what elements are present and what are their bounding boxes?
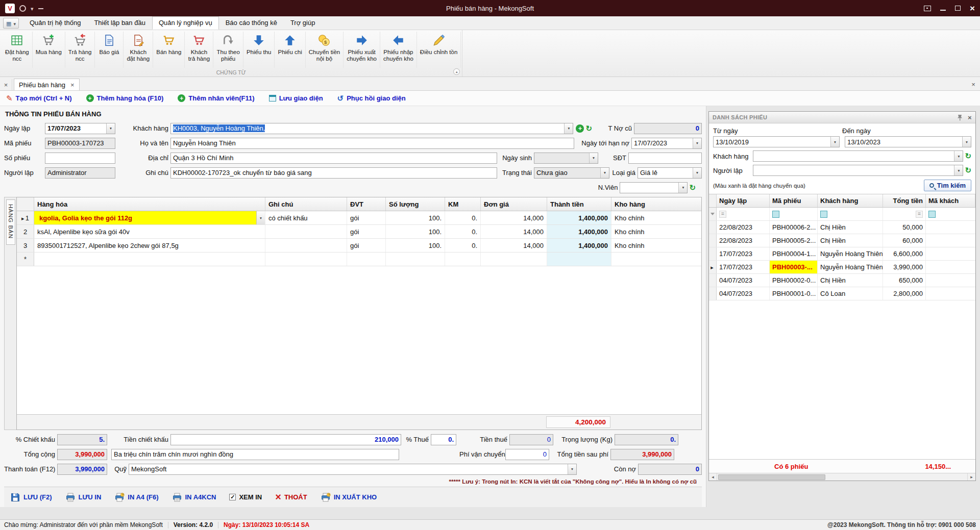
- ribbon-button-dieu-chinh-ton[interactable]: Điều chỉnh tồn: [417, 32, 461, 68]
- tab-bar-close-icon[interactable]: [967, 81, 980, 88]
- chevron-down-icon[interactable]: [693, 138, 701, 148]
- item-qty-cell[interactable]: 100.: [386, 239, 445, 252]
- item-unit-cell[interactable]: gói: [347, 211, 386, 224]
- col-hang-hoa[interactable]: Hàng hóa: [34, 197, 265, 211]
- item-km-cell[interactable]: 0.: [445, 211, 481, 224]
- slip-makhach-cell[interactable]: [926, 287, 975, 300]
- item-total-cell[interactable]: 1,400,000: [547, 211, 611, 224]
- item-km-cell[interactable]: 0.: [445, 239, 481, 252]
- item-km-cell[interactable]: 0.: [445, 225, 481, 238]
- menu-tab-thiet-lap-ban-dau[interactable]: Thiết lập ban đầu: [87, 16, 152, 30]
- slip-total-cell[interactable]: 50,000: [883, 221, 926, 234]
- customer-filter-combo[interactable]: [753, 150, 963, 162]
- slip-date-cell[interactable]: 17/07/2023: [717, 247, 770, 260]
- close-icon[interactable]: [970, 4, 975, 13]
- slip-number-field[interactable]: [45, 153, 115, 164]
- slip-makhach-cell[interactable]: [926, 274, 975, 287]
- ribbon-button-thu-theo-phieu[interactable]: Thu theo phiếu: [213, 32, 243, 68]
- add-item-button[interactable]: Thêm hàng hóa (F10): [86, 94, 164, 102]
- empty-cell[interactable]: [481, 253, 547, 266]
- ribbon-button-dat-hang-ncc[interactable]: Đặt hàng ncc: [2, 32, 33, 68]
- tab-close-icon[interactable]: [70, 81, 75, 89]
- col-don-gia[interactable]: Đơn giá: [481, 197, 547, 211]
- panel-close-icon[interactable]: [968, 114, 972, 121]
- chevron-down-icon[interactable]: [962, 137, 971, 147]
- empty-cell[interactable]: [265, 253, 347, 266]
- empty-cell[interactable]: [611, 253, 701, 266]
- birth-date-combo[interactable]: [534, 153, 598, 164]
- payment-field[interactable]: 3,990,000: [57, 464, 107, 475]
- empty-cell[interactable]: [386, 253, 445, 266]
- slip-row-2[interactable]: 22/08/2023 PBH00005-2... Chị Hiền 60,000: [709, 234, 975, 247]
- slip-makhach-cell[interactable]: [926, 234, 975, 247]
- item-price-cell[interactable]: 14,000: [481, 239, 547, 252]
- save-layout-button[interactable]: Lưu giao diện: [269, 94, 323, 102]
- refresh-icon[interactable]: [585, 124, 592, 133]
- item-row-3[interactable]: 3 8935001712527, Alpenlibe kẹo 2chew gói…: [17, 239, 701, 253]
- slip-date-cell[interactable]: 04/07/2023: [717, 287, 770, 300]
- fund-combo[interactable]: MekongSoft: [129, 464, 577, 475]
- item-warehouse-cell[interactable]: Kho chính: [611, 239, 701, 252]
- quick-access-icon[interactable]: [19, 5, 26, 12]
- checkbox-checked-icon[interactable]: [229, 494, 236, 500]
- chevron-down-icon[interactable]: [589, 153, 598, 163]
- price-type-combo[interactable]: Giá lẻ: [638, 167, 702, 179]
- amount-in-words-field[interactable]: Ba triệu chín trăm chín mươi nghìn đồng: [111, 449, 399, 460]
- menu-tab-tro-giup[interactable]: Trợ giúp: [284, 16, 322, 30]
- item-warehouse-cell[interactable]: Kho chính: [611, 211, 701, 224]
- menu-tab-quan-tri-he-thong[interactable]: Quản trị hệ thống: [23, 16, 87, 30]
- col-thanh-tien[interactable]: Thành tiền: [547, 197, 611, 211]
- ribbon-button-phieu-nhap-chuyen-kho[interactable]: Phiếu nhập chuyển kho: [380, 32, 417, 68]
- filter-cell[interactable]: [770, 208, 818, 220]
- document-tab-phieu-ban-hang[interactable]: Phiếu bán hàng: [14, 79, 80, 90]
- minimize-icon[interactable]: [940, 10, 946, 11]
- filter-cell[interactable]: [818, 208, 883, 220]
- creator-field[interactable]: Administrator: [45, 167, 115, 179]
- print-a4-button[interactable]: ? IN A4 (F6): [114, 492, 158, 502]
- app-logo-icon[interactable]: V: [5, 4, 15, 13]
- restore-layout-button[interactable]: Phục hồi giao diện: [337, 94, 406, 103]
- filter-cell[interactable]: [883, 208, 926, 220]
- item-qty-cell[interactable]: 100.: [386, 225, 445, 238]
- slip-code-cell[interactable]: PBH00006-2...: [770, 221, 818, 234]
- item-total-cell[interactable]: 1,400,000: [547, 225, 611, 238]
- customer-combo[interactable]: KH0003, Nguyễn Hoàng Thiên,: [170, 123, 573, 134]
- scroll-right-icon[interactable]: [967, 473, 975, 481]
- address-field[interactable]: Quận 3 Hồ Chí Minh: [170, 153, 497, 164]
- chevron-down-icon[interactable]: [256, 211, 265, 224]
- slip-date-cell[interactable]: 22/08/2023: [717, 234, 770, 247]
- slip-makhach-cell[interactable]: [926, 247, 975, 260]
- total-field[interactable]: 3,990,000: [57, 449, 107, 460]
- pin-icon[interactable]: [957, 114, 963, 121]
- slip-makhach-cell[interactable]: [926, 221, 975, 234]
- old-debt-field[interactable]: 0: [634, 123, 702, 134]
- add-employee-button[interactable]: Thêm nhân viên(F11): [178, 94, 254, 102]
- save-button[interactable]: LƯU (F2): [10, 492, 52, 502]
- slip-code-field[interactable]: PBH00003-170723: [45, 138, 115, 149]
- ribbon-button-khach-tra-hang[interactable]: Khách trả hàng: [185, 32, 213, 68]
- to-date-combo[interactable]: 13/10/2023: [845, 136, 971, 147]
- empty-cell[interactable]: [34, 253, 265, 266]
- total-after-fee-field[interactable]: 3,990,000: [610, 449, 674, 460]
- status-combo[interactable]: Chưa giao: [534, 167, 609, 179]
- new-item-row[interactable]: [17, 253, 701, 266]
- item-note-cell[interactable]: [265, 239, 347, 252]
- empty-cell[interactable]: [547, 253, 611, 266]
- add-customer-icon[interactable]: [576, 124, 584, 133]
- tab-hang-ban[interactable]: HÀNG BÁN: [6, 199, 15, 245]
- slip-date-cell[interactable]: 22/08/2023: [717, 221, 770, 234]
- tax-amount-field[interactable]: 0: [509, 434, 553, 445]
- ribbon-button-mua-hang[interactable]: Mua hàng: [33, 32, 65, 68]
- slip-date-cell[interactable]: 17/07/2023: [717, 261, 770, 273]
- slip-code-cell[interactable]: PBH00001-0...: [770, 287, 818, 300]
- slip-total-cell[interactable]: 2,800,000: [883, 287, 926, 300]
- print-a4kcn-button[interactable]: IN A4KCN: [172, 492, 216, 502]
- item-row-1[interactable]: 1 kgolia, Golia kẹo the gói 112g có chiế…: [17, 211, 701, 225]
- ribbon-button-ban-hang[interactable]: Bán hàng: [153, 32, 185, 68]
- item-qty-cell[interactable]: 100.: [386, 211, 445, 224]
- horizontal-scrollbar[interactable]: [709, 473, 975, 481]
- slip-row-6[interactable]: 04/07/2023 PBH00001-0... Cô Loan 2,800,0…: [709, 287, 975, 300]
- item-total-cell[interactable]: 1,400,000: [547, 239, 611, 252]
- refresh-icon[interactable]: [965, 166, 971, 175]
- employee-combo[interactable]: [620, 182, 688, 193]
